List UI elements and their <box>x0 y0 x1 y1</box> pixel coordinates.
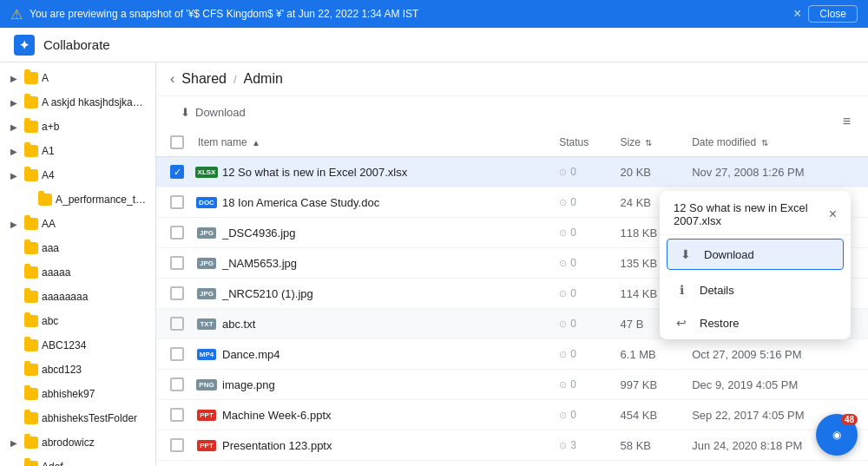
status-cell: ⊙ 0 <box>559 318 606 330</box>
sidebar-item-abrodowicz[interactable]: ▶abrodowicz <box>0 430 155 455</box>
close-button[interactable]: Close <box>808 5 858 23</box>
table-row[interactable]: MP4Dance.mp4⊙ 06.1 MBOct 27, 2009 5:16 P… <box>156 339 868 370</box>
popup-item-details[interactable]: ℹDetails <box>660 273 851 306</box>
row-checkbox[interactable] <box>170 286 184 300</box>
sidebar-item-label: aaaaaaaa <box>42 291 148 303</box>
row-checkbox[interactable] <box>170 195 184 209</box>
sidebar-item-adef[interactable]: Adef <box>0 455 155 466</box>
sidebar-item-a1[interactable]: ▶A1 <box>0 139 155 163</box>
download-button[interactable]: ⬇ Download <box>170 102 256 123</box>
context-popup: 12 So what is new in Excel 2007.xlsx × ⬇… <box>660 191 851 339</box>
notif-x-icon[interactable]: × <box>793 6 801 22</box>
sidebar-item-a-askjd-hkasjhdsjkaghs[interactable]: ▶A askjd hkasjhdsjkaghs <box>0 90 155 115</box>
sidebar-item-abc1234[interactable]: ABC1234 <box>0 333 155 358</box>
chevron-icon <box>7 387 21 401</box>
file-date: Oct 27, 2009 5:16 PM <box>685 339 868 370</box>
file-type-icon: JPG <box>198 222 215 243</box>
sidebar-item-label: abcd123 <box>42 364 148 376</box>
sidebar-item-aaaaaaaa[interactable]: aaaaaaaa <box>0 285 155 309</box>
table-row[interactable]: PPTMachine Week-6.pptx⊙ 0454 KBSep 22, 2… <box>156 400 868 430</box>
badge-button[interactable]: 48 ◉ <box>816 414 858 456</box>
file-type-icon: TXT <box>198 313 215 334</box>
sidebar-item-a_performance_test[interactable]: A_performance_test <box>0 187 155 212</box>
back-button[interactable]: ‹ <box>170 71 174 87</box>
folder-icon <box>24 436 38 449</box>
folder-icon <box>24 291 38 303</box>
sidebar-item-a+b[interactable]: ▶a+b <box>0 115 155 139</box>
file-type-icon: JPG <box>198 253 215 273</box>
popup-item-download[interactable]: ⬇Download <box>667 239 844 270</box>
sidebar-item-a4[interactable]: ▶A4 <box>0 163 155 187</box>
chevron-icon: ▶ <box>7 95 21 109</box>
status-cell: ⊙ 0 <box>559 166 606 178</box>
popup-close-button[interactable]: × <box>829 207 837 222</box>
sidebar-item-label: abc <box>42 315 148 327</box>
status-share-icon: ⊙ <box>559 258 567 269</box>
status-column-header[interactable]: Status <box>552 128 613 157</box>
popup-header: 12 So what is new in Excel 2007.xlsx × <box>660 191 851 235</box>
folder-icon <box>24 169 38 181</box>
row-checkbox[interactable] <box>170 317 184 331</box>
sidebar-item-aa[interactable]: ▶AA <box>0 212 155 236</box>
name-column-header[interactable]: Item name ▲ <box>191 128 552 157</box>
status-count: 0 <box>570 348 576 360</box>
chevron-icon <box>21 193 35 207</box>
sidebar-item-label: abrodowicz <box>42 436 148 449</box>
row-checkbox[interactable] <box>170 226 184 240</box>
app-header: ✦ Collaborate <box>0 28 868 62</box>
sidebar-item-label: A askjd hkasjhdsjkaghs <box>42 96 148 108</box>
sidebar-item-abhishek97[interactable]: abhishek97 <box>0 382 155 406</box>
folder-icon <box>24 266 38 279</box>
sidebar: ▶A▶A askjd hkasjhdsjkaghs▶a+b▶A1▶A4A_per… <box>0 62 156 466</box>
row-checkbox[interactable] <box>170 347 184 361</box>
popup-item-label: Details <box>700 284 734 297</box>
status-share-icon: ⊙ <box>559 349 567 360</box>
folder-icon <box>24 412 38 424</box>
table-row[interactable]: ✓XLSX12 So what is new in Excel 2007.xls… <box>156 157 868 187</box>
row-checkbox[interactable] <box>170 256 184 270</box>
chevron-icon: ▶ <box>7 168 21 182</box>
app-logo: ✦ <box>14 35 35 56</box>
file-type-icon: MP4 <box>198 344 215 364</box>
table-row[interactable]: PPTPresentation 123.pptx⊙ 358 KBJun 24, … <box>156 430 868 461</box>
row-checkbox[interactable] <box>170 408 184 422</box>
table-row[interactable]: PNGScreen Shot 2019-12-09 at 1.57.33 PM.… <box>156 461 868 467</box>
chevron-icon: ▶ <box>7 71 21 85</box>
sidebar-item-abc[interactable]: abc <box>0 309 155 333</box>
sidebar-item-abcd123[interactable]: abcd123 <box>0 358 155 382</box>
popup-item-restore[interactable]: ↩Restore <box>660 306 851 339</box>
status-cell: ⊙ 0 <box>559 348 606 360</box>
folder-icon <box>24 315 38 327</box>
select-all-checkbox[interactable] <box>170 135 184 149</box>
download-icon: ⬇ <box>181 106 190 119</box>
folder-icon <box>24 121 38 133</box>
file-name-cell: PPTPresentation 123.pptx <box>198 435 545 456</box>
sidebar-item-a[interactable]: ▶A <box>0 66 155 90</box>
chevron-icon <box>7 266 21 279</box>
file-type-icon: PPT <box>198 404 215 425</box>
popup-title: 12 So what is new in Excel 2007.xlsx <box>674 201 829 227</box>
status-cell: ⊙ 0 <box>559 257 606 269</box>
sidebar-item-label: a+b <box>42 121 148 133</box>
row-checkbox[interactable] <box>170 438 184 452</box>
status-share-icon: ⊙ <box>559 227 567 239</box>
folder-icon <box>24 364 38 376</box>
sidebar-item-aaa[interactable]: aaa <box>0 236 155 260</box>
sidebar-item-label: aaa <box>42 242 148 254</box>
status-cell: ⊙ 0 <box>559 196 606 208</box>
file-type-icon: XLSX <box>198 161 215 182</box>
date-column-header[interactable]: Date modified ⇅ <box>685 128 868 157</box>
sidebar-item-abhishekstestfolder[interactable]: abhisheksTestFolder <box>0 406 155 430</box>
sidebar-item-label: A4 <box>42 169 148 181</box>
file-name-cell: PPTMachine Week-6.pptx <box>198 404 545 425</box>
breadcrumb-parent[interactable]: Shared <box>181 71 227 87</box>
row-checkbox[interactable] <box>170 377 184 391</box>
size-column-header[interactable]: Size ⇅ <box>614 128 686 157</box>
row-checkbox[interactable]: ✓ <box>170 165 184 179</box>
sidebar-item-label: A1 <box>42 145 148 157</box>
chevron-icon <box>7 290 21 304</box>
table-row[interactable]: PNGimage.png⊙ 0997 KBDec 9, 2019 4:05 PM <box>156 370 868 400</box>
file-name-cell: DOC18 Ion America Case Study.doc <box>198 192 545 213</box>
file-size: 170 KB <box>614 461 686 467</box>
sidebar-item-aaaaa[interactable]: aaaaa <box>0 260 155 285</box>
